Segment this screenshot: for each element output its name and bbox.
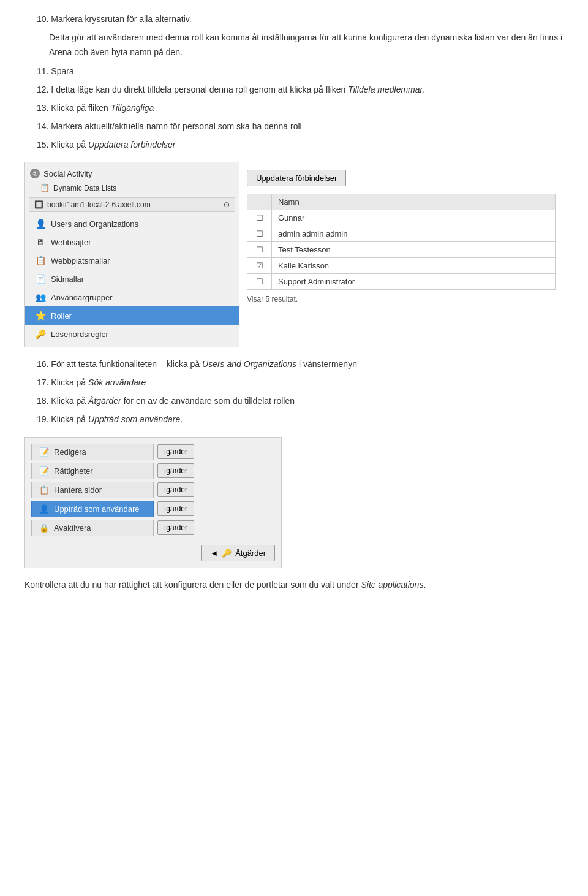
- anvandargrupper-icon: 👥: [35, 292, 46, 303]
- item-17: 17. Klicka på Sök användare: [24, 376, 564, 390]
- atgarder-btn-redigera[interactable]: tgärder: [157, 444, 194, 459]
- sidebar-item-label: Roller: [51, 311, 72, 321]
- site-chevron-icon: ⊙: [224, 200, 230, 209]
- row-checkbox[interactable]: ☐: [247, 210, 272, 226]
- users-icon: 👤: [35, 218, 46, 229]
- sidebar-item-webbplatsmallar[interactable]: 📋Webbplatsmallar: [25, 251, 239, 270]
- sidebar-header-social-activity: ② Social Activity: [25, 166, 239, 181]
- update-connections-button[interactable]: Uppdatera förbindelser: [247, 170, 346, 186]
- dynamic-data-lists-icon: 📋: [40, 183, 50, 192]
- roller-icon: ⭐: [35, 310, 46, 321]
- row-name: Kalle Karlsson: [272, 258, 556, 274]
- main-panel: Uppdatera förbindelser Namn ☐Gunnar☐admi…: [239, 162, 563, 347]
- menu-item-label: Uppträd som användare: [54, 504, 139, 514]
- sidebar-item-losenordsregler[interactable]: 🔑Lösenordsregler: [25, 325, 239, 343]
- item-16: 16. För att testa funktionaliteten – kli…: [24, 357, 564, 372]
- action-menu: 📝Redigeratgärder📝Rättighetertgärder📋Hant…: [31, 444, 275, 536]
- row-checkbox[interactable]: ☐: [247, 226, 272, 242]
- sidebar-item-label: Users and Organizations: [51, 219, 138, 229]
- row-checkbox[interactable]: ☑: [247, 258, 272, 274]
- sidebar-item-label: Lösenordsregler: [51, 330, 108, 339]
- redigera-icon: 📝: [39, 447, 49, 457]
- table-body: ☐Gunnar☐admin admin admin☐Test Testesson…: [247, 210, 556, 290]
- item-12: 12. I detta läge kan du direkt tilldela …: [24, 83, 564, 97]
- sidebar-item-sidmallar[interactable]: 📄Sidmallar: [25, 270, 239, 288]
- col-checkbox: [247, 194, 272, 210]
- sidebar-item-users[interactable]: 👤Users and Organizations: [25, 215, 239, 233]
- item-15: 15. Klicka på Uppdatera förbindelser: [24, 138, 564, 153]
- menu-item-hantera[interactable]: 📋Hantera sidor: [31, 482, 154, 498]
- atgarder-main-button[interactable]: ◄ 🔑 Åtgärder: [201, 545, 275, 561]
- menu-item-label: Rättigheter: [54, 466, 93, 476]
- action-row-redigera: 📝Redigeratgärder: [31, 444, 275, 460]
- sidebar-item-label: Webbsajter: [51, 238, 91, 247]
- col-name: Namn: [272, 194, 556, 210]
- row-name: admin admin admin: [272, 226, 556, 242]
- menu-item-label: Avaktivera: [54, 523, 91, 533]
- sidmallar-icon: 📄: [35, 273, 46, 284]
- atgarder-btn-avaktivera[interactable]: tgärder: [157, 520, 194, 535]
- bottom-bar: ◄ 🔑 Åtgärder: [31, 540, 275, 561]
- sidebar-site-header[interactable]: 🔲 bookit1am1-local-2-6.axiell.com ⊙: [29, 197, 235, 212]
- table-row: ☐Gunnar: [247, 210, 556, 226]
- action-row-rattigheter: 📝Rättighetertgärder: [31, 463, 275, 479]
- item-18: 18. Klicka på Åtgärder för en av de anvä…: [24, 394, 564, 409]
- item-19: 19. Klicka på Uppträd som användare.: [24, 412, 564, 427]
- row-checkbox[interactable]: ☐: [247, 274, 272, 290]
- webbplatsmallar-icon: 📋: [35, 255, 46, 266]
- footer-text: Kontrollera att du nu har rättighet att …: [24, 578, 564, 593]
- screenshot-2: 📝Redigeratgärder📝Rättighetertgärder📋Hant…: [24, 437, 282, 568]
- screenshot-1: ② Social Activity 📋 Dynamic Data Lists 🔲…: [24, 162, 564, 347]
- menu-item-label: Redigera: [54, 447, 86, 457]
- social-activity-icon: ②: [30, 169, 40, 178]
- item-14: 14. Markera aktuellt/aktuella namn för p…: [24, 120, 564, 134]
- item-11: 11. Spara: [24, 64, 564, 79]
- table-row: ☐Test Testesson: [247, 242, 556, 258]
- sidebar-sub-dynamic-data-lists: 📋 Dynamic Data Lists: [25, 181, 239, 195]
- result-count: Visar 5 resultat.: [247, 295, 556, 303]
- item-10: 10. Markera kryssrutan för alla alternat…: [24, 12, 564, 27]
- atgarder-btn-hantera[interactable]: tgärder: [157, 482, 194, 497]
- rattigheter-icon: 📝: [39, 466, 49, 476]
- sidebar-item-label: Sidmallar: [51, 275, 84, 284]
- sidebar-item-label: Användargrupper: [51, 293, 112, 302]
- sidebar: ② Social Activity 📋 Dynamic Data Lists 🔲…: [25, 162, 239, 347]
- site-icon: 🔲: [34, 200, 43, 209]
- row-name: Test Testesson: [272, 242, 556, 258]
- menu-item-redigera[interactable]: 📝Redigera: [31, 444, 154, 460]
- item-10b: Detta gör att användaren med denna roll …: [24, 31, 564, 60]
- item-13: 13. Klicka på fliken Tillgängliga: [24, 101, 564, 116]
- losenordsregler-icon: 🔑: [35, 328, 46, 340]
- menu-item-upptratt[interactable]: 👤Uppträd som användare: [31, 501, 154, 517]
- sidebar-item-anvandargrupper[interactable]: 👥Användargrupper: [25, 288, 239, 306]
- action-row-avaktivera: 🔒Avaktiveratgärder: [31, 520, 275, 536]
- table-row: ☐admin admin admin: [247, 226, 556, 242]
- hantera-icon: 📋: [39, 485, 49, 495]
- atgarder-btn-upptratt[interactable]: tgärder: [157, 501, 194, 516]
- menu-item-avaktivera[interactable]: 🔒Avaktivera: [31, 520, 154, 536]
- names-table: Namn ☐Gunnar☐admin admin admin☐Test Test…: [247, 194, 556, 290]
- sidebar-item-roller[interactable]: ⭐Roller: [25, 306, 239, 325]
- avaktivera-icon: 🔒: [39, 523, 49, 533]
- action-row-upptratt: 👤Uppträd som användaretgärder: [31, 501, 275, 517]
- row-name: Support Administrator: [272, 274, 556, 290]
- menu-item-rattigheter[interactable]: 📝Rättigheter: [31, 463, 154, 479]
- webbsajter-icon: 🖥: [35, 237, 46, 248]
- atgarder-key-icon: 🔑: [222, 549, 232, 558]
- action-row-hantera: 📋Hantera sidortgärder: [31, 482, 275, 498]
- menu-item-label: Hantera sidor: [54, 485, 102, 495]
- row-name: Gunnar: [272, 210, 556, 226]
- sidebar-item-label: Webbplatsmallar: [51, 256, 110, 265]
- sidebar-items: 👤Users and Organizations🖥Webbsajter📋Webb…: [25, 215, 239, 343]
- table-row: ☑Kalle Karlsson: [247, 258, 556, 274]
- row-checkbox[interactable]: ☐: [247, 242, 272, 258]
- atgarder-arrow-icon: ◄: [210, 549, 218, 558]
- atgarder-btn-rattigheter[interactable]: tgärder: [157, 463, 194, 478]
- upptratt-icon: 👤: [39, 504, 49, 514]
- table-row: ☐Support Administrator: [247, 274, 556, 290]
- sidebar-item-webbsajter[interactable]: 🖥Webbsajter: [25, 233, 239, 251]
